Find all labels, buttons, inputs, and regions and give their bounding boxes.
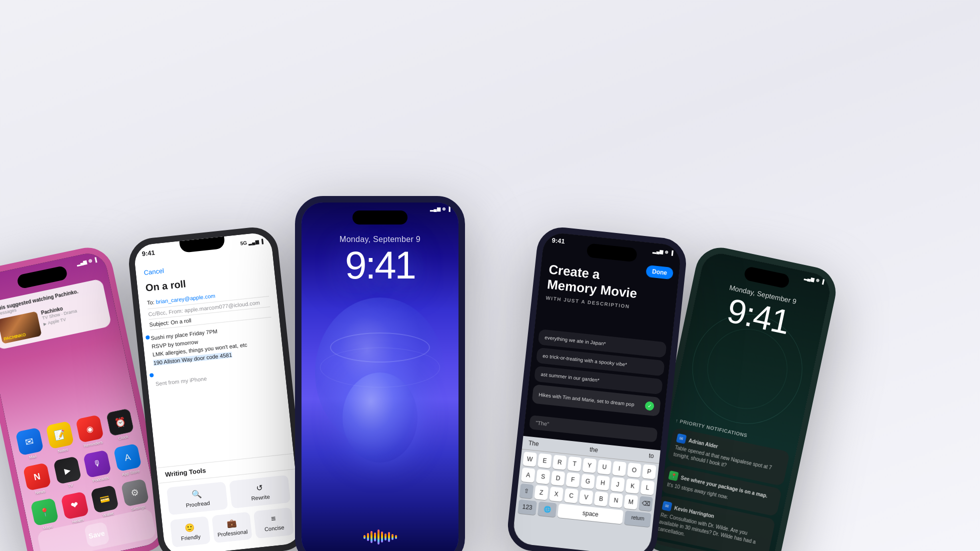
phone2-concise-label: Concise — [264, 524, 284, 532]
phone1-app-settings[interactable]: ⚙ Settings — [121, 478, 150, 513]
phone3-dynamic-island — [352, 210, 408, 224]
key-n[interactable]: N — [609, 493, 624, 508]
phone4-check-icon — [644, 401, 654, 411]
phone3-siri-wave — [302, 530, 458, 544]
phone4-battery-icon: ▐ — [670, 250, 674, 256]
phone2-writing-tools: Writing Tools 🔍 Proofread ↺ Rewrite 🙂 Fr… — [156, 453, 302, 551]
phone1-notification-card[interactable]: Luis suggested watching Pachinko. Messag… — [0, 278, 112, 350]
phone3-screen: ▂▄▆ ⊛ ▐ Monday, September 9 9:41 — [302, 202, 458, 551]
phone3-battery-icon: ▐ — [448, 206, 450, 212]
phone3-btn-side — [458, 285, 460, 320]
key-delete[interactable]: ⌫ — [638, 496, 653, 512]
phone2-tool-concise[interactable]: ≡ Concise — [254, 508, 294, 539]
phone3-wallpaper-sphere — [310, 288, 450, 478]
phone2-proofread-icon: 🔍 — [192, 489, 202, 500]
phone2-notch — [180, 236, 226, 253]
phone1-app-wallet[interactable]: 💳 Wallet — [90, 485, 120, 520]
phone2-sent-from: Sent from my iPhone — [156, 368, 278, 386]
phone4-wifi-icon: ⊛ — [664, 250, 669, 255]
phone1-app-health[interactable]: ❤ Health — [60, 492, 90, 526]
phone2-email-header: Cancel On a roll To: brian_carey@apple.c… — [144, 256, 277, 386]
phone-3: ▂▄▆ ⊛ ▐ Monday, September 9 9:41 — [295, 196, 465, 551]
phone2-battery-icon: ▐ — [260, 238, 264, 244]
key-z[interactable]: Z — [534, 485, 548, 500]
phone4-signal-icon: ▂▄▆ — [652, 248, 663, 254]
phone4-suggestions: everything we ate in Japan* eo trick-or-… — [532, 329, 667, 420]
phone4-input-text: "The" — [536, 420, 550, 427]
phone3-status-bar: ▂▄▆ ⊛ ▐ — [310, 206, 450, 212]
key-d[interactable]: D — [551, 470, 566, 486]
key-shift[interactable]: ⇧ — [520, 484, 534, 499]
key-p[interactable]: P — [642, 464, 656, 480]
phone2-tool-friendly[interactable]: 🙂 Friendly — [170, 516, 210, 548]
phone4-pred-2[interactable]: the — [590, 446, 598, 454]
phone1-app-clock[interactable]: ⏰ Clock — [106, 408, 136, 442]
phone1-app-maps[interactable]: 📍 Maps — [30, 498, 60, 532]
phone1-battery-icon: ▐ — [93, 257, 97, 262]
phone2-status-icons: 5G ▂▄▆ ▐ — [240, 238, 264, 246]
phone1-app-podcasts[interactable]: 🎙 Podcasts — [83, 450, 112, 484]
phone2-concise-icon: ≡ — [270, 514, 276, 524]
key-r[interactable]: R — [552, 454, 567, 470]
phone3-wifi-icon: ⊛ — [442, 206, 446, 212]
key-s[interactable]: S — [536, 469, 550, 484]
key-i[interactable]: I — [612, 461, 626, 476]
phone2-selection-start — [146, 335, 150, 340]
phone3-status-icons: ▂▄▆ ⊛ ▐ — [430, 206, 450, 212]
key-e[interactable]: E — [538, 453, 552, 468]
phone1-dock-save[interactable]: Save — [84, 522, 110, 548]
key-emoji[interactable]: 🌐 — [538, 502, 557, 518]
phone2-rewrite-label: Rewrite — [251, 494, 270, 502]
key-g[interactable]: G — [580, 474, 595, 490]
key-u[interactable]: U — [597, 460, 612, 475]
key-c[interactable]: C — [564, 488, 578, 504]
phone5-status-icons: ▂▄▆ ⊛ ▐ — [804, 275, 824, 284]
phone2-professional-icon: 💼 — [226, 518, 237, 528]
key-w[interactable]: W — [522, 452, 537, 467]
key-v[interactable]: V — [579, 490, 594, 505]
key-123[interactable]: 123 — [518, 500, 537, 516]
phone1-app-tv[interactable]: ▶ TV — [53, 456, 82, 490]
key-a[interactable]: A — [521, 468, 536, 483]
key-y[interactable]: Y — [582, 458, 597, 474]
key-t[interactable]: T — [568, 456, 582, 472]
phone4-status-icons: ▂▄▆ ⊛ ▐ — [652, 248, 674, 255]
phone1-app-mail[interactable]: ✉ Mail — [16, 428, 45, 462]
phone1-app-news[interactable]: N News — [23, 462, 52, 497]
phone2-tool-professional[interactable]: 💼 Professional — [212, 512, 252, 543]
phone1-app-reminders[interactable]: ◉ Reminders — [76, 414, 105, 449]
key-f[interactable]: F — [566, 472, 580, 488]
key-x[interactable]: X — [549, 486, 564, 502]
phone5-notif3-app-icon: ✉ — [662, 501, 672, 512]
key-l[interactable]: L — [640, 480, 655, 496]
key-m[interactable]: M — [624, 494, 638, 510]
key-b[interactable]: B — [594, 492, 608, 507]
phone2-tool-proofread[interactable]: 🔍 Proofread — [166, 482, 228, 515]
phone1-status-icons: ▂▄▆ ⊛ ▐ — [76, 256, 97, 266]
phone2-rewrite-icon: ↺ — [256, 483, 264, 493]
phone2-professional-label: Professional — [217, 528, 248, 538]
phone4-keyboard: The the to W E R T Y U I O P — [512, 436, 660, 551]
key-j[interactable]: J — [610, 477, 625, 492]
phone5-wifi-icon: ⊛ — [815, 278, 820, 283]
key-o[interactable]: O — [627, 462, 642, 478]
phone1-app-notes[interactable]: 📝 Notes — [46, 421, 75, 456]
phone5-notif1-app-icon: ✉ — [676, 434, 686, 444]
phone5-battery-icon: ▐ — [820, 279, 824, 284]
phone1-app-appstore[interactable]: A App Store — [114, 444, 143, 478]
phone2-tool-rewrite[interactable]: ↺ Rewrite — [229, 475, 290, 508]
phone4-pred-1[interactable]: The — [528, 440, 539, 448]
phone2-screen: 9:41 5G ▂▄▆ ▐ Cancel On a roll To: brian… — [133, 232, 303, 551]
key-h[interactable]: H — [596, 476, 610, 491]
key-return[interactable]: return — [624, 510, 652, 527]
phone5-notif2-app-icon: 📍 — [668, 470, 678, 481]
phone2-status-time: 9:41 — [142, 248, 155, 258]
phone5-signal-icon: ▂▄▆ — [804, 275, 814, 282]
phone3-time: 9:41 — [302, 242, 458, 288]
phone1-wifi-icon: ⊛ — [88, 258, 92, 264]
key-k[interactable]: K — [626, 478, 640, 494]
phone2-body[interactable]: Sushi my place Friday 7PM RSVP by tomorr… — [150, 322, 276, 367]
phone4-pred-3[interactable]: to — [648, 452, 654, 460]
phones-container: 9:41 ▂▄▆ ⊛ ▐ Luis suggested watching Pac… — [0, 0, 980, 551]
phone3-signal-icon: ▂▄▆ — [430, 206, 440, 212]
